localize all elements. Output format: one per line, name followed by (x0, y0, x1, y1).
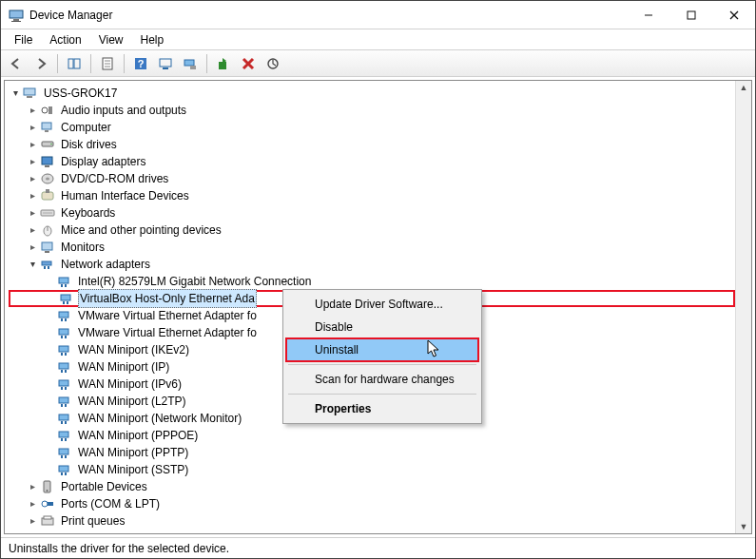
svg-rect-40 (45, 251, 49, 253)
svg-rect-85 (44, 516, 51, 519)
network-adapter-icon (57, 308, 72, 323)
chevron-right-icon[interactable] (26, 204, 39, 222)
tree-device-label: VirtualBox Host-Only Ethernet Ada (78, 289, 257, 308)
scroll-down-icon[interactable]: ▼ (740, 522, 748, 531)
svg-rect-25 (42, 123, 51, 129)
scroll-up-icon[interactable]: ▲ (740, 83, 748, 92)
menu-file[interactable]: File (7, 31, 40, 48)
context-properties[interactable]: Properties (286, 397, 478, 420)
tree-label: Audio inputs and outputs (59, 102, 188, 119)
chevron-right-icon[interactable] (26, 119, 39, 136)
tree-category[interactable]: Monitors (9, 239, 735, 256)
vertical-scrollbar[interactable]: ▲ ▼ (735, 81, 751, 533)
tree-category[interactable]: DVD/CD-ROM drives (9, 170, 735, 187)
toolbar-enable[interactable] (179, 52, 202, 75)
svg-rect-21 (24, 88, 35, 95)
tree-category-network[interactable]: Network adapters (9, 256, 735, 273)
toolbar-uninstall[interactable] (237, 52, 260, 75)
statusbar-text: Uninstalls the driver for the selected d… (9, 542, 229, 555)
toolbar-help[interactable]: ? (129, 52, 152, 75)
svg-rect-22 (27, 96, 32, 98)
tree-label: Print queues (59, 512, 126, 530)
svg-rect-76 (65, 455, 67, 458)
svg-rect-65 (59, 397, 68, 403)
context-disable[interactable]: Disable (286, 316, 478, 338)
tree-category[interactable]: Keyboards (9, 204, 735, 222)
tree-label: Portable Devices (59, 478, 149, 495)
chevron-right-icon[interactable] (26, 153, 39, 170)
toolbar-separator (206, 54, 207, 73)
menu-view[interactable]: View (91, 31, 131, 48)
tree-root[interactable]: USS-GROK17 (9, 85, 735, 102)
tree-category[interactable]: Ports (COM & LPT) (9, 495, 735, 512)
close-button[interactable] (712, 1, 755, 29)
network-icon (40, 257, 55, 272)
tree-category[interactable]: Human Interface Devices (9, 187, 735, 204)
minimize-button[interactable] (627, 1, 669, 29)
tree-device-label: VMware Virtual Ethernet Adapter fo (76, 307, 259, 324)
svg-rect-47 (61, 295, 70, 300)
network-adapter-icon (59, 291, 74, 306)
mouse-icon (40, 222, 55, 238)
svg-rect-45 (61, 284, 63, 287)
toolbar-showhide[interactable] (63, 52, 86, 75)
audio-icon (40, 103, 55, 118)
svg-rect-48 (63, 301, 65, 304)
tree-label: Keyboards (59, 204, 117, 222)
svg-rect-75 (61, 455, 63, 458)
svg-rect-7 (68, 59, 73, 68)
chevron-right-icon[interactable] (26, 102, 39, 119)
context-scan-hardware[interactable]: Scan for hardware changes (286, 368, 478, 391)
network-adapter-icon (57, 462, 72, 477)
monitor-icon (40, 240, 55, 255)
tree-device[interactable]: WAN Miniport (SSTP) (9, 461, 735, 478)
maximize-button[interactable] (669, 1, 712, 29)
svg-rect-0 (10, 10, 23, 18)
network-adapter-icon (57, 428, 72, 443)
tree-category[interactable]: Portable Devices (9, 478, 735, 495)
menu-action[interactable]: Action (42, 31, 88, 48)
chevron-right-icon[interactable] (26, 239, 39, 256)
tree-category[interactable]: Mice and other pointing devices (9, 222, 735, 239)
svg-rect-52 (65, 318, 67, 321)
toolbar-scan-hardware[interactable] (262, 52, 284, 75)
chevron-right-icon[interactable] (26, 170, 39, 187)
svg-rect-53 (59, 329, 68, 335)
tree-label: Computer (59, 119, 113, 136)
chevron-down-icon[interactable] (9, 85, 22, 102)
toolbar-back[interactable] (5, 52, 28, 75)
svg-rect-18 (190, 66, 196, 69)
network-adapter-icon (57, 411, 72, 426)
svg-rect-72 (61, 438, 63, 441)
chevron-right-icon[interactable] (26, 187, 39, 204)
chevron-right-icon[interactable] (26, 136, 39, 153)
chevron-right-icon[interactable] (26, 222, 39, 239)
svg-rect-34 (46, 189, 49, 193)
svg-rect-44 (59, 278, 68, 283)
tree-category[interactable]: Disk drives (9, 136, 735, 153)
svg-rect-64 (65, 387, 67, 390)
svg-rect-16 (163, 67, 168, 69)
toolbar-forward[interactable] (29, 52, 52, 75)
context-uninstall[interactable]: Uninstall (286, 338, 478, 361)
tree-device[interactable]: WAN Miniport (PPPOE) (9, 427, 735, 444)
chevron-down-icon[interactable] (26, 256, 39, 273)
toolbar-update-driver[interactable] (212, 52, 235, 75)
statusbar: Uninstalls the driver for the selected d… (1, 537, 755, 558)
context-update-driver[interactable]: Update Driver Software... (286, 293, 478, 316)
chevron-right-icon[interactable] (26, 512, 39, 530)
tree-category[interactable]: Computer (9, 119, 735, 136)
toolbar-separator (124, 54, 125, 73)
tree-device[interactable]: Intel(R) 82579LM Gigabit Network Connect… (9, 273, 735, 290)
tree-category[interactable]: Print queues (9, 512, 735, 530)
content-area: USS-GROK17 Audio inputs and outputs Comp… (4, 80, 752, 534)
tree-category[interactable]: Display adapters (9, 153, 735, 170)
svg-rect-56 (59, 346, 68, 352)
tree-device[interactable]: WAN Miniport (PPTP) (9, 444, 735, 461)
toolbar-properties[interactable] (96, 52, 119, 75)
chevron-right-icon[interactable] (26, 478, 39, 495)
tree-category[interactable]: Audio inputs and outputs (9, 102, 735, 119)
toolbar-scan-options[interactable] (154, 52, 177, 75)
chevron-right-icon[interactable] (26, 495, 39, 512)
menu-help[interactable]: Help (133, 31, 172, 48)
